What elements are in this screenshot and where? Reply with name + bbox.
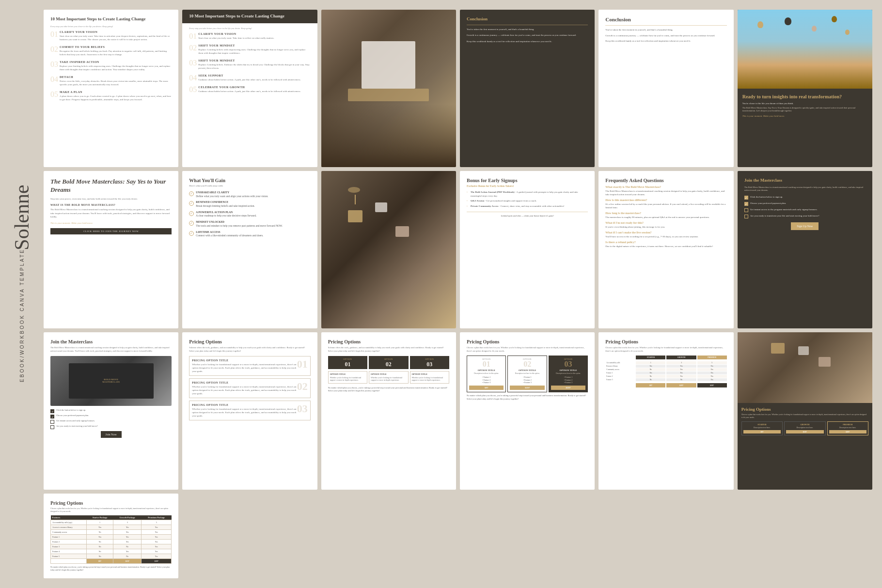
bold-move-title: Ready to turn insights into real transfo…: [742, 93, 867, 100]
bold-move-body: You're closer to the life you dream of t…: [742, 102, 867, 106]
join-step-1: ✓ Click the button below to sign up.: [744, 195, 866, 200]
join-step-3: Get instant access to the program materi…: [744, 208, 866, 212]
card2-step-1: 01 CLARIFY YOUR VISION Start clear on wh…: [189, 32, 310, 42]
card-conclusion-dark: Conclusion You've taken the first moment…: [460, 10, 595, 167]
conclusion-white-body3: Keep this workbook handy as a tool for r…: [605, 39, 726, 43]
join-step-4: Are you ready to transform your life and…: [744, 214, 866, 218]
join-dark-body: The Bold Move Masterclass is a transform…: [744, 186, 866, 193]
card-faq: Frequently Asked Questions What exactly …: [598, 171, 733, 328]
card-pricing-2: Pricing Options Solenne offers the tools…: [321, 332, 456, 490]
conclusion-white-title: Conclusion: [605, 16, 726, 22]
step-1-title: CLARIFY YOUR VISION: [60, 31, 172, 33]
card-bold-move-dark: Ready to turn insights into real transfo…: [738, 10, 872, 167]
gain-item-3: ✓ A POWERFUL ACTION PLANA clear roadmap …: [189, 211, 310, 218]
card-bold-move-white: The Bold Move Masterclass: Say Yes to Yo…: [44, 171, 178, 328]
join-step-2: ✓ Choose your preferred payment plan.: [744, 201, 866, 206]
pricing-table-title: Pricing Options: [50, 500, 172, 506]
card-1-subtitle: Every step you take brines you closer to…: [50, 25, 172, 28]
card2-step-2: 02 SHIFT YOUR MINDSET Replace: Limiting …: [189, 44, 310, 57]
card-join-white: Join the Masterclass The Bold Move Maste…: [44, 332, 178, 490]
join-white-step-1: ✓ Click the button below to sign up.: [50, 409, 172, 413]
join-white-button[interactable]: Join Now: [101, 431, 122, 438]
card-1-title: 10 Most Important Steps to Create Lastin…: [50, 16, 172, 22]
pricing-1-title: Pricing Options: [189, 339, 310, 344]
conclusion-dark-title: Conclusion: [467, 16, 588, 22]
join-dark-button[interactable]: Sign Up Now: [791, 222, 819, 230]
bonus-item-3: Private Community Access - Connect, shar…: [467, 204, 588, 208]
bonus-item-2: Q&A Session - Get personalized insights …: [467, 199, 588, 203]
bonus-cta: Limited spots and slots — claim your bon…: [467, 215, 588, 217]
pricing-comparison-table: Features Starter Package Growth Package …: [50, 515, 172, 564]
join-white-body: The Bold Move Masterclass is a transform…: [50, 346, 172, 353]
card-steps-2: 10 Most Important Steps to Create Lastin…: [182, 10, 317, 167]
card-pricing-1: Pricing Options Solenne offers the tools…: [182, 332, 317, 490]
card-pricing-table: Pricing Options Choose a plan that works…: [44, 494, 178, 578]
bold-move-white-title: The Bold Move Masterclass: Say Yes to Yo…: [50, 178, 172, 194]
faq-title: Frequently Asked Questions: [605, 178, 726, 183]
step-1-text: Start clear on what you truly want. Take…: [60, 34, 172, 41]
card-image-hands: [321, 10, 456, 167]
pricing-2-title: Pricing Options: [328, 339, 449, 344]
bonus-item-1: The Bold Action Journal (PDF Workbook) -…: [467, 190, 588, 198]
brand-logo: Solenne: [10, 185, 33, 250]
bold-move-white-tagline: Step into your power, overcome fear, and…: [50, 197, 172, 201]
card-2-title: 10 Most Important Steps to Create Lastin…: [189, 14, 310, 19]
pricing-option-1a: 01 PRICING OPTION TITLE Whether you're l…: [189, 356, 310, 376]
gain-item-2: ✓ RENEWED CONFIDENCEBreak through limiti…: [189, 201, 310, 208]
gain-item-4: ✓ MINDSET UNLOCKEDThe tools and mindset …: [189, 220, 310, 228]
card2-step-4: 04 SEEK SUPPORT Guidance about habits be…: [189, 74, 310, 84]
conclusion-white-body2: Growth is a continuous journey — celebra…: [605, 34, 726, 38]
gain-item-1: ✓ UNSHAKEABLE CLARITYDefine what you tru…: [189, 191, 310, 198]
join-dark-title: Join the Masterclass: [744, 178, 866, 184]
conclusion-dark-body1: You've taken the first moment in yoursel…: [467, 28, 588, 31]
card2-step-5: 05 CELEBRATE YOUR GROWTH Guidance about …: [189, 86, 310, 95]
sidebar-label: EBOOK/WORKBOOK CANVA TEMPLATE: [19, 248, 25, 382]
card-join-dark: Join the Masterclass The Bold Move Maste…: [738, 171, 872, 328]
step-2: 02 COMMIT TO YOUR BELIEFS Recognize the …: [50, 46, 172, 59]
bold-move-desc: The Bold Move Masterclass: Say Yes to Yo…: [742, 107, 867, 113]
join-white-title: Join the Masterclass: [50, 339, 172, 344]
sidebar: Solenne EBOOK/WORKBOOK CANVA TEMPLATE: [0, 0, 44, 588]
card-pricing-4: Pricing Options Choose a plan that works…: [598, 332, 733, 490]
main-grid: 10 Most Important Steps to Create Lastin…: [44, 10, 872, 578]
card-2-subtitle: Every step you take brines you closer to…: [189, 27, 310, 30]
join-white-step-3: Get instant access and early signup bonu…: [50, 419, 172, 424]
pricing-image-title: Pricing Options: [741, 407, 868, 412]
bold-move-cta: This is your moment. Make your bold move…: [742, 115, 867, 117]
pricing-4-title: Pricing Options: [605, 339, 726, 344]
card-bonus: Bonus for Early Signups Exclusive Bonus …: [460, 171, 595, 328]
bonus-title: Bonus for Early Signups: [467, 178, 588, 183]
step-1: 01 CLARIFY YOUR VISION Start clear on wh…: [50, 31, 172, 44]
bonus-subtitle: Exclusive Bonus for Early Action-Takers!: [467, 185, 588, 187]
gain-item-5: ✓ LIFETIME ACCESSConnect with a like-min…: [189, 231, 310, 238]
join-white-step-2: ✓ Choose your preferred payment plan.: [50, 414, 172, 418]
join-white-step-4: Are you ready to start moving your bold …: [50, 425, 172, 429]
step-4: 04 DETACH Notice even the little, everyd…: [50, 76, 172, 89]
conclusion-dark-body2: Growth is a continuous journey — celebra…: [467, 33, 588, 37]
conclusion-white-body1: You've taken the first moment in yoursel…: [605, 28, 726, 32]
card-what-gain: What You'll Gain Here's what you'll walk…: [182, 171, 317, 328]
card-pricing-image: Pricing Options Choose a plan that works…: [738, 332, 872, 490]
card-steps-1: 10 Most Important Steps to Create Lastin…: [44, 10, 178, 167]
pricing-3-title: Pricing Options: [467, 339, 588, 344]
gain-title: What You'll Gain: [189, 178, 310, 183]
conclusion-dark-body3: Keep this workbook handy as a tool for r…: [467, 40, 588, 44]
card-conclusion-white: Conclusion You've taken the first moment…: [598, 10, 733, 167]
card-image-gifts: [321, 171, 456, 328]
pricing-option-1c: 03 PRICING OPTION TITLE Whether you're l…: [189, 401, 310, 420]
step-3: 03 TAKE INSPIRED ACTION Replace your lim…: [50, 61, 172, 74]
step-5: 05 MAKE A PLAN A plan shows where you to…: [50, 91, 172, 104]
card2-step-3: 03 SHIFT YOUR MINDSET Replace: Limiting …: [189, 59, 310, 72]
card-pricing-3: Pricing Options Choose a plan that works…: [460, 332, 595, 490]
bold-move-white-button[interactable]: CLICK HERE TO JOIN THE JOURNEY NOW: [50, 228, 172, 234]
pricing-option-1b: 02 PRICING OPTION TITLE Whether you're l…: [189, 378, 310, 398]
gain-subtitle: Here's what you'll walk away with:: [189, 185, 310, 187]
